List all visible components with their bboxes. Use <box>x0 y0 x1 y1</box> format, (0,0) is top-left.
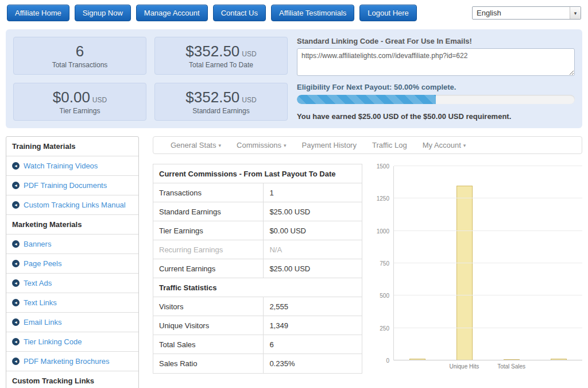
sidebar-item-watch-training-videos[interactable]: ◄Watch Training Videos <box>6 156 138 176</box>
nav-button-logout-here[interactable]: Logout Here <box>359 5 417 21</box>
row-value: 1,349 <box>264 316 362 335</box>
y-tick-label: 750 <box>380 260 389 267</box>
sidebar-item-tier-linking-code[interactable]: ◄Tier Linking Code <box>6 332 138 352</box>
x-tick-label <box>535 360 582 370</box>
stat-label: Tier Earnings <box>60 107 100 115</box>
y-tick-label: 0 <box>386 358 389 364</box>
row-value: $0.00 USD <box>264 221 362 240</box>
chart-plot-area: 0250500750100012501500 <box>373 166 582 360</box>
table-row-visitors: Visitors2,555 <box>153 297 362 316</box>
bar-cell <box>441 166 488 360</box>
stat-suffix: USD <box>242 50 256 58</box>
table-row-standard-earnings: Standard Earnings$25.00 USD <box>153 202 362 221</box>
gridline <box>394 166 582 166</box>
chart-x-labels: Unique HitsTotal Sales <box>393 360 582 370</box>
language-value: English <box>477 9 501 17</box>
sidebar-item-pdf-training-documents[interactable]: ◄PDF Training Documents <box>6 176 138 195</box>
sidebar-item-text-ads[interactable]: ◄Text Ads <box>6 274 138 293</box>
language-select[interactable]: English ▾ <box>472 6 581 20</box>
nav-button-affiliate-home[interactable]: Affiliate Home <box>7 5 69 21</box>
chart-y-axis: 0250500750100012501500 <box>373 166 393 360</box>
nav-button-group: Affiliate HomeSignup NowManage AccountCo… <box>7 5 417 21</box>
y-tick-label: 1250 <box>377 195 389 202</box>
tab-my-account[interactable]: My Account▾ <box>423 141 466 149</box>
sidebar-item-custom-tracking-links-manual[interactable]: ◄Custom Tracking Links Manual <box>6 195 138 215</box>
stat-value: $0.00 <box>53 89 90 106</box>
row-value: 1 <box>264 183 362 202</box>
sidebar: Training Materials◄Watch Training Videos… <box>6 136 139 388</box>
arrow-bullet-icon: ◄ <box>12 338 20 345</box>
x-tick-label: Total Sales <box>488 360 535 370</box>
gridline <box>394 263 582 263</box>
row-label: Sales Ratio <box>153 354 264 373</box>
linking-code-textarea[interactable]: https://www.affiliatelights.com//idevaff… <box>297 48 575 76</box>
y-tick-label: 250 <box>380 325 389 331</box>
sidebar-item-label: Page Peels <box>24 259 62 268</box>
sidebar-item-label: Custom Tracking Links Manual <box>24 201 126 209</box>
sidebar-item-page-peels[interactable]: ◄Page Peels <box>6 254 138 274</box>
tab-label: Traffic Log <box>372 141 407 149</box>
bar-unique-hits <box>457 186 473 360</box>
sidebar-header-custom-tracking-links: Custom Tracking Links <box>6 371 138 388</box>
y-tick-label: 1500 <box>377 163 389 170</box>
gridline <box>394 360 582 360</box>
row-label: Tier Earnings <box>153 221 264 240</box>
arrow-bullet-icon: ◄ <box>12 358 20 365</box>
sidebar-item-label: Watch Training Videos <box>24 162 98 170</box>
sidebar-item-text-links[interactable]: ◄Text Links <box>6 293 138 313</box>
tab-traffic-log[interactable]: Traffic Log <box>372 141 407 149</box>
table-row-tier-earnings: Tier Earnings$0.00 USD <box>153 221 362 240</box>
payout-note: You have earned $25.00 USD of the $50.00… <box>297 112 575 121</box>
traffic-chart: 0250500750100012501500 Unique HitsTotal … <box>373 164 582 374</box>
row-label: Current Earnings <box>153 259 264 278</box>
main-row: Training Materials◄Watch Training Videos… <box>6 136 582 388</box>
bar-cell <box>488 166 535 360</box>
stat-box-tier-earnings: $0.00USDTier Earnings <box>13 83 146 121</box>
stats-panel: 6Total Transactions$352.50USDTotal Earne… <box>6 29 582 128</box>
stat-label: Total Earned To Date <box>189 61 253 69</box>
nav-button-manage-account[interactable]: Manage Account <box>136 5 208 21</box>
row-value: N/A <box>264 240 362 259</box>
stats-table: Current Commissions - From Last Payout T… <box>153 164 362 374</box>
bar-cell <box>394 166 441 360</box>
chart-grid <box>393 166 582 360</box>
arrow-bullet-icon: ◄ <box>12 260 20 267</box>
row-value: 6 <box>264 335 362 354</box>
sidebar-item-pdf-marketing-brochures[interactable]: ◄PDF Marketing Brochures <box>6 352 138 371</box>
sidebar-item-email-links[interactable]: ◄Email Links <box>6 313 138 332</box>
table-row-recurring-earnings: Recurring EarningsN/A <box>153 240 362 259</box>
table-row-current-earnings: Current Earnings$25.00 USD <box>153 259 362 278</box>
content-area: General Stats▾Commissions▾Payment Histor… <box>153 136 582 374</box>
row-label: Transactions <box>153 183 264 202</box>
chart-y-spacer <box>373 360 393 370</box>
payout-eligibility-title: Eligibility For Next Payout: 50.00% comp… <box>297 83 575 91</box>
top-nav: Affiliate HomeSignup NowManage AccountCo… <box>0 0 588 26</box>
tab-payment-history[interactable]: Payment History <box>302 141 357 149</box>
stat-box-standard-earnings: $352.50USDStandard Earnings <box>154 83 288 121</box>
stat-box-total-earned-to-date: $352.50USDTotal Earned To Date <box>154 37 288 75</box>
payout-progress-bar <box>297 95 575 104</box>
table-row-unique-visitors: Unique Visitors1,349 <box>153 316 362 335</box>
sidebar-item-label: PDF Training Documents <box>24 181 107 190</box>
table-section-header-traffic-statistics: Traffic Statistics <box>153 278 362 297</box>
nav-button-contact-us[interactable]: Contact Us <box>213 5 266 21</box>
row-label: Unique Visitors <box>153 316 264 335</box>
sidebar-item-banners[interactable]: ◄Banners <box>6 235 138 254</box>
tab-commissions[interactable]: Commissions▾ <box>237 141 287 149</box>
tab-label: Payment History <box>302 141 357 149</box>
linking-code-title: Standard Linking Code - Great For Use In… <box>297 37 575 45</box>
nav-button-signup-now[interactable]: Signup Now <box>75 5 131 21</box>
caret-down-icon: ▾ <box>219 143 222 148</box>
chart-x-row: Unique HitsTotal Sales <box>373 360 582 370</box>
arrow-bullet-icon: ◄ <box>12 318 20 326</box>
arrow-bullet-icon: ◄ <box>12 279 20 287</box>
tab-general-stats[interactable]: General Stats▾ <box>171 141 221 149</box>
nav-button-affiliate-testimonials[interactable]: Affiliate Testimonials <box>271 5 354 21</box>
sidebar-header-training-materials: Training Materials <box>6 137 138 156</box>
y-tick-label: 1000 <box>377 228 389 234</box>
row-value: 0.235% <box>264 354 362 373</box>
affiliate-dashboard-page: Affiliate HomeSignup NowManage AccountCo… <box>0 0 588 388</box>
caret-down-icon: ▾ <box>463 143 466 148</box>
gridline <box>394 328 582 328</box>
row-label: Total Sales <box>153 335 264 354</box>
